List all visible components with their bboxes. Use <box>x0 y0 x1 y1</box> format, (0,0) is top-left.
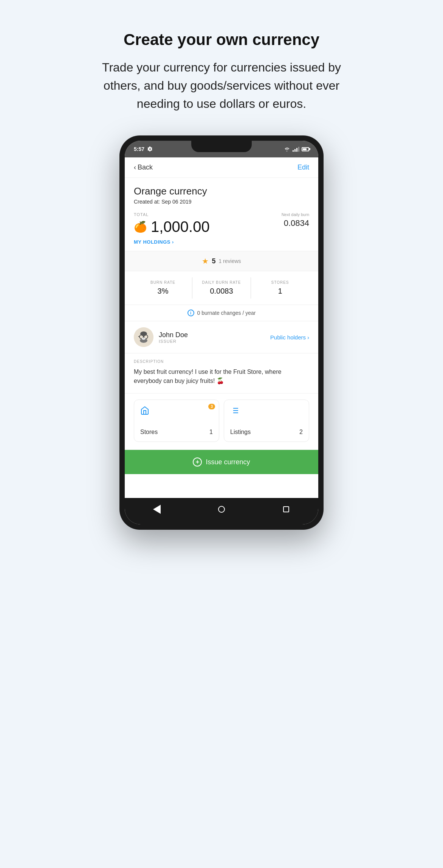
avatar <box>134 327 153 347</box>
issue-currency-button[interactable]: + Issue currency <box>125 450 318 474</box>
issue-btn-label: Issue currency <box>206 458 250 466</box>
amount-value: 1,000.00 <box>151 218 210 235</box>
star-icon: ★ <box>202 257 209 266</box>
list-icon <box>230 406 303 417</box>
notch <box>191 141 252 152</box>
stores-label: STORES <box>251 280 309 285</box>
next-burn-block: Next daily burn 0.0834 <box>282 212 309 228</box>
total-amount-row: 🍊 1,000.00 <box>134 218 210 235</box>
listings-card[interactable]: Listings 2 <box>224 400 309 442</box>
public-holders-label: Public holders <box>270 334 306 341</box>
svg-point-5 <box>140 331 147 336</box>
description-section: DESCRIPTION My best fruit currency! I us… <box>125 353 318 394</box>
rating-section[interactable]: ★ 5 1 reviews <box>125 251 318 271</box>
burnate-info: i 0 burnate changes / year <box>125 305 318 321</box>
back-button[interactable]: ‹ Back <box>134 163 153 171</box>
rating-reviews: 1 reviews <box>218 258 241 264</box>
nav-home-icon[interactable] <box>217 505 226 514</box>
status-time: 5:57 <box>134 146 144 152</box>
total-block: TOTAL 🍊 1,000.00 <box>134 212 210 235</box>
gear-icon <box>147 146 153 152</box>
status-bar-right <box>283 146 309 152</box>
status-bar-left: 5:57 <box>134 146 153 152</box>
nav-bar: ‹ Back Edit <box>125 157 318 178</box>
wifi-icon <box>283 146 290 152</box>
back-chevron-icon: ‹ <box>134 163 136 171</box>
public-holders-chevron-icon: › <box>307 334 309 341</box>
issuer-info: John Doe ISSUER <box>159 331 265 344</box>
stores-card[interactable]: 3 Stores 1 <box>134 400 219 442</box>
info-icon: i <box>187 310 194 316</box>
edit-button[interactable]: Edit <box>297 163 309 171</box>
created-at-label: Created at: <box>134 199 160 205</box>
cards-grid: 3 Stores 1 <box>125 394 318 450</box>
my-holdings-link[interactable]: MY HOLDINGS › <box>134 239 309 245</box>
created-at-date: Sep 06 2019 <box>161 199 191 205</box>
app-content: ‹ Back Edit Orange currency Created at: … <box>125 157 318 498</box>
issuer-name: John Doe <box>159 331 265 339</box>
burn-rate-label: BURN RATE <box>134 280 192 285</box>
total-label: TOTAL <box>134 212 210 217</box>
next-burn-label: Next daily burn <box>282 212 309 217</box>
stores-card-label: Stores <box>140 429 158 436</box>
issuer-role: ISSUER <box>159 339 265 344</box>
nav-recent-icon[interactable] <box>282 505 291 514</box>
daily-burn-value: 0.0083 <box>192 287 251 296</box>
svg-line-4 <box>138 336 139 337</box>
battery-icon <box>302 147 309 151</box>
back-label: Back <box>138 163 153 171</box>
stores-stat: STORES 1 <box>251 277 309 299</box>
burn-rate-value: 3% <box>134 287 192 296</box>
stores-value: 1 <box>251 287 309 296</box>
issue-plus-icon: + <box>193 457 202 467</box>
page-wrapper: Create your own currency Trade your curr… <box>0 15 443 545</box>
daily-burn-label: DAILY BURN RATE <box>192 280 251 285</box>
currency-header: Orange currency Created at: Sep 06 2019 … <box>125 178 318 251</box>
my-holdings-label: MY HOLDINGS <box>134 239 170 245</box>
rating-value: 5 <box>212 257 215 265</box>
listings-card-value: 2 <box>299 429 303 436</box>
daily-burn-stat: DAILY BURN RATE 0.0083 <box>192 277 251 299</box>
stats-section: BURN RATE 3% DAILY BURN RATE 0.0083 STOR… <box>125 271 318 305</box>
my-holdings-chevron-icon: › <box>172 239 174 245</box>
description-text: My best fruit currency! I use it for the… <box>134 367 309 386</box>
page-subheadline: Trade your currency for currencies issue… <box>89 58 354 113</box>
burnate-info-text: 0 burnate changes / year <box>197 310 256 316</box>
issuer-section: John Doe ISSUER Public holders › <box>125 321 318 353</box>
stores-card-value: 1 <box>209 429 213 436</box>
store-icon <box>140 406 213 417</box>
description-label: DESCRIPTION <box>134 359 309 364</box>
page-headline: Create your own currency <box>124 30 319 49</box>
signal-icon <box>293 146 299 152</box>
avatar-face-icon <box>134 327 153 347</box>
phone-shell: 5:57 <box>119 135 324 530</box>
status-bar: 5:57 <box>125 141 318 157</box>
created-at: Created at: Sep 06 2019 <box>134 199 309 205</box>
stores-card-badge: 3 <box>208 404 215 409</box>
public-holders-link[interactable]: Public holders › <box>270 334 309 341</box>
listings-card-label: Listings <box>230 429 251 436</box>
burn-rate-stat: BURN RATE 3% <box>134 277 192 299</box>
bottom-nav <box>125 498 318 524</box>
svg-point-8 <box>143 338 144 339</box>
svg-point-0 <box>134 327 153 347</box>
next-burn-value: 0.0834 <box>282 218 309 228</box>
nav-back-icon[interactable] <box>152 505 161 514</box>
phone-inner: 5:57 <box>125 141 318 524</box>
total-row: TOTAL 🍊 1,000.00 Next daily burn 0.0834 <box>134 212 309 235</box>
currency-name: Orange currency <box>134 185 309 197</box>
orange-emoji: 🍊 <box>134 221 147 233</box>
